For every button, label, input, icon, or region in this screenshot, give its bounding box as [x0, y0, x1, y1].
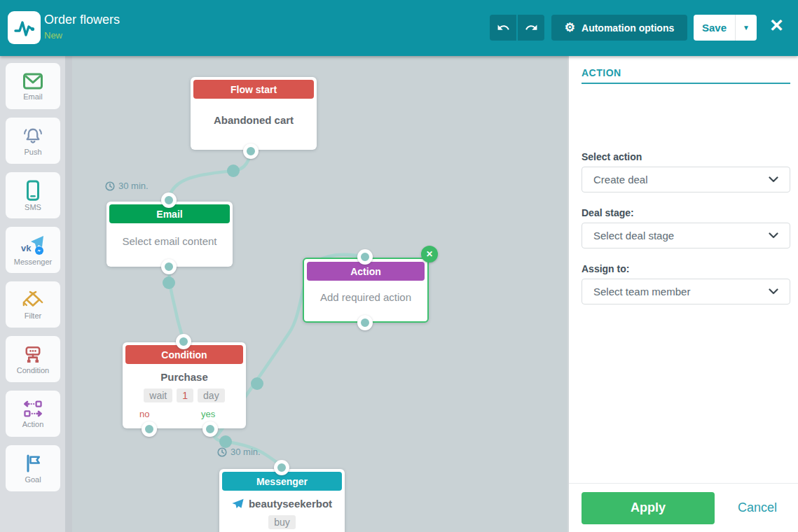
- email-delay-label[interactable]: 30 min.: [105, 181, 149, 191]
- delay-text: 30 min.: [231, 447, 261, 457]
- flow-title: Order flowers: [44, 13, 120, 27]
- port-email-in[interactable]: [161, 192, 177, 208]
- delete-node-button[interactable]: ✕: [421, 246, 438, 262]
- automation-options-label: Automation options: [582, 22, 674, 34]
- pulse-icon: [13, 16, 36, 40]
- node-body: Add required action: [304, 291, 427, 303]
- panel-footer: Apply Cancel: [569, 483, 798, 532]
- assign-to-label: Assign to:: [582, 263, 629, 274]
- bot-button-pill: buy: [268, 515, 296, 529]
- condition-icon: [22, 344, 43, 364]
- flow-status: New: [44, 30, 62, 41]
- node-body: Select email content: [106, 235, 233, 247]
- deal-stage-value: Select deal stage: [593, 230, 674, 241]
- node-email[interactable]: Email Select email content: [106, 202, 233, 267]
- close-icon[interactable]: ✕: [769, 17, 784, 34]
- select-action-label: Select action: [582, 151, 642, 162]
- telegram-icon: [232, 498, 244, 509]
- panel-title-rule: [582, 83, 790, 84]
- node-header: Flow start: [193, 80, 314, 99]
- sidebar-item-filter[interactable]: Filter: [6, 281, 60, 328]
- wire-midpoint: [163, 276, 175, 289]
- deal-stage-dropdown[interactable]: Select deal stage: [582, 223, 790, 248]
- gear-icon: ⚙: [565, 22, 575, 34]
- automation-options-button[interactable]: ⚙ Automation options: [551, 15, 687, 41]
- wait-value-pill: 1: [177, 388, 193, 402]
- assign-to-dropdown[interactable]: Select team member: [582, 279, 790, 304]
- port-condition-in[interactable]: [176, 334, 191, 349]
- port-condition-no[interactable]: [142, 421, 157, 437]
- port-action-in[interactable]: [357, 249, 373, 265]
- sidebar-item-label: SMS: [25, 203, 41, 211]
- bot-name: beautyseekerbot: [249, 498, 332, 510]
- sidebar-item-push[interactable]: Push: [6, 118, 60, 164]
- port-flowstart-out[interactable]: [243, 144, 259, 159]
- wait-unit-pill: day: [198, 388, 225, 402]
- header-bar: Order flowers New ⚙ Automation options S…: [0, 0, 798, 56]
- action-icon: [22, 400, 43, 418]
- chevron-down-icon: [769, 232, 778, 239]
- cancel-button[interactable]: Cancel: [738, 500, 777, 515]
- clock-icon: [105, 181, 115, 191]
- node-messenger[interactable]: Messenger beautyseekerbot buy: [219, 469, 345, 532]
- undo-button[interactable]: [490, 15, 516, 41]
- condition-title: Purchase: [123, 371, 246, 383]
- port-messenger-in[interactable]: [274, 460, 289, 475]
- sidebar-item-label: Condition: [17, 366, 49, 374]
- undo-icon: [497, 21, 510, 34]
- flow-canvas[interactable]: Flow start Abandoned cart 30 min. Email …: [72, 56, 567, 532]
- sidebar-item-label: Action: [22, 420, 44, 428]
- port-email-out[interactable]: [161, 259, 177, 274]
- wire-midpoint: [251, 377, 263, 390]
- settings-panel: ACTION Select action Create deal Deal st…: [569, 56, 798, 532]
- branch-no-label: no: [139, 409, 149, 419]
- sidebar-item-label: Push: [24, 148, 41, 156]
- filter-icon: [22, 290, 44, 309]
- push-icon: [22, 126, 43, 146]
- deal-stage-label: Deal stage:: [582, 207, 634, 218]
- sidebar-item-label: Email: [23, 92, 43, 101]
- delay-text: 30 min.: [118, 181, 149, 191]
- messenger-delay-label[interactable]: 30 min.: [217, 447, 261, 457]
- clock-icon: [217, 447, 227, 457]
- goal-icon: [23, 454, 43, 473]
- node-condition[interactable]: Condition Purchase wait 1 day no yes: [123, 342, 246, 428]
- sidebar-item-label: Messenger: [14, 258, 52, 266]
- app-logo: [8, 11, 41, 44]
- wait-row: wait 1 day: [123, 388, 246, 402]
- sidebar-item-sms[interactable]: SMS: [6, 172, 60, 218]
- select-action-dropdown[interactable]: Create deal: [582, 167, 790, 192]
- email-icon: [22, 72, 43, 90]
- node-header: Action: [307, 262, 425, 281]
- node-flow-start[interactable]: Flow start Abandoned cart: [191, 77, 317, 150]
- redo-icon: [525, 21, 538, 34]
- sidebar-item-email[interactable]: Email: [6, 63, 60, 109]
- wire-flowstart-email: [169, 151, 251, 200]
- sidebar-item-goal[interactable]: Goal: [6, 445, 60, 491]
- redo-button[interactable]: [518, 15, 544, 41]
- panel-title: ACTION: [582, 67, 621, 78]
- port-action-out[interactable]: [357, 315, 373, 330]
- sidebar-item-condition[interactable]: Condition: [6, 336, 60, 382]
- node-body: Abandoned cart: [191, 114, 317, 126]
- close-icon: ✕: [426, 249, 433, 259]
- messenger-icon: vk: [20, 234, 46, 255]
- palette-scrollbar[interactable]: [65, 56, 72, 532]
- wire-midpoint: [227, 164, 240, 177]
- assign-to-value: Select team member: [593, 286, 690, 298]
- save-dropdown-toggle[interactable]: ▼: [735, 15, 757, 41]
- sidebar-item-messenger[interactable]: vk Messenger: [6, 227, 60, 273]
- sidebar-item-action[interactable]: Action: [6, 391, 60, 437]
- save-button[interactable]: Save: [694, 15, 735, 41]
- caret-down-icon: ▼: [743, 24, 750, 31]
- node-action[interactable]: Action Add required action: [303, 258, 429, 323]
- apply-button[interactable]: Apply: [582, 492, 715, 524]
- sidebar-item-label: Filter: [25, 312, 41, 320]
- sms-icon: [25, 180, 41, 201]
- select-action-value: Create deal: [593, 174, 648, 186]
- save-button-group: Save ▼: [694, 15, 757, 41]
- sidebar-item-label: Goal: [25, 475, 41, 484]
- port-condition-yes[interactable]: [202, 421, 218, 437]
- svg-text:vk: vk: [21, 243, 32, 253]
- wait-prefix-pill: wait: [144, 388, 172, 402]
